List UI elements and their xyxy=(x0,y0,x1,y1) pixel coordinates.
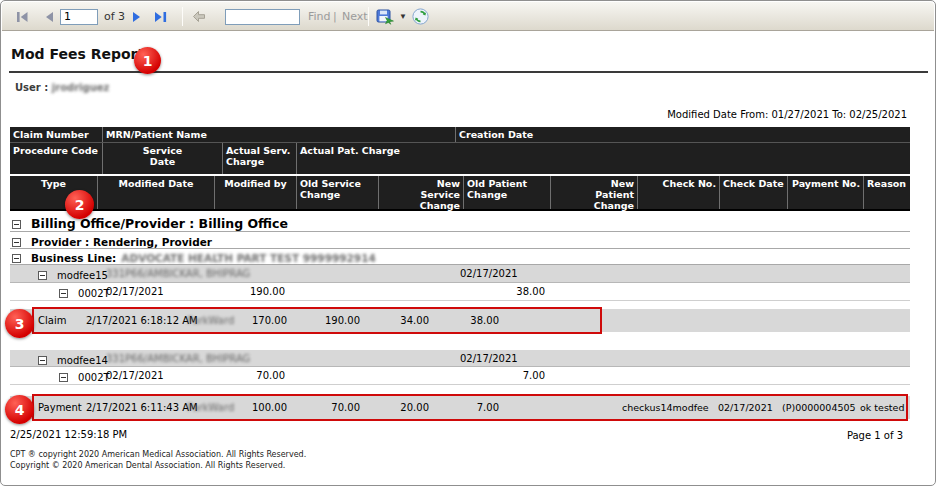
last-page-button[interactable] xyxy=(152,10,169,24)
actual-pat-charge: 38.00 xyxy=(472,283,545,301)
claim-group-row: modfee14 331P66/AMBICKAR, BHIPRAG 02/17/… xyxy=(10,350,910,367)
export-save-icon xyxy=(376,9,396,25)
procedure-code: 0002T xyxy=(78,288,110,299)
procedure-row: 0002T 02/17/2021 70.00 7.00 xyxy=(10,367,910,385)
modified-date-range: Modified Date From: 01/27/2021 To: 02/25… xyxy=(607,109,907,120)
group-row-billing-office: Billing Office/Provider : Billing Office xyxy=(10,213,910,232)
refresh-icon xyxy=(412,8,429,25)
copyright-ama: CPT ® copyright 2020 American Medical As… xyxy=(10,450,306,459)
report-toolbar: of 3 Find | Next xyxy=(2,2,934,31)
actual-pat-charge: 7.00 xyxy=(472,367,545,385)
col-old-patient-change: Old Patient Change xyxy=(463,176,550,209)
find-link[interactable]: Find xyxy=(308,10,331,23)
group-row-provider: Provider : Rendering, Provider xyxy=(10,232,910,249)
billing-office-group-label: Billing Office/Provider : Billing Office xyxy=(31,216,288,231)
back-to-parent-button[interactable] xyxy=(192,10,206,23)
first-page-icon xyxy=(14,10,31,24)
annotation-badge-4: 4 xyxy=(5,395,34,424)
procedure-row: 0002T 02/17/2021 190.00 38.00 xyxy=(10,283,910,301)
toolbar-separator xyxy=(368,7,369,26)
annotation-highlight-box-claim xyxy=(32,307,602,334)
user-label: User : xyxy=(15,82,48,93)
report-viewer-window: of 3 Find | Next xyxy=(0,0,936,486)
export-button[interactable]: ▼ xyxy=(376,9,407,25)
collapse-icon[interactable] xyxy=(12,220,21,229)
business-line-value: ADVOCATE HEALTH PART TEST 9999992914 xyxy=(121,252,375,264)
export-dropdown-caret-icon: ▼ xyxy=(399,12,407,21)
first-page-button[interactable] xyxy=(14,10,31,24)
col-service-date-label: Service Date xyxy=(137,145,189,167)
col-service-date: Service Date xyxy=(102,143,222,174)
user-value: jrodriguez xyxy=(52,82,110,93)
col-procedure-code: Procedure Code xyxy=(10,143,102,174)
col-new-patient-change-label: New Patient Change xyxy=(582,178,634,211)
col-check-date: Check Date xyxy=(719,176,787,209)
user-line: User : jrodriguez xyxy=(15,82,109,93)
report-canvas: Mod Fees Reports 1 User : jrodriguez Mod… xyxy=(2,32,934,484)
annotation-badge-1: 1 xyxy=(134,47,161,74)
creation-date: 02/17/2021 xyxy=(460,265,518,283)
next-page-button[interactable] xyxy=(130,10,143,24)
col-actual-serv-charge: Actual Serv. Charge xyxy=(222,143,296,174)
col-mrn-patient-name: MRN/Patient Name xyxy=(102,127,455,142)
page-count-label: of 3 xyxy=(104,10,125,23)
annotation-badge-3: 3 xyxy=(5,309,34,338)
collapse-icon[interactable] xyxy=(59,373,68,382)
collapse-icon[interactable] xyxy=(12,254,21,263)
page-number-input[interactable] xyxy=(60,9,98,25)
col-claim-number: Claim Number xyxy=(10,127,102,142)
col-modified-by: Modified by xyxy=(214,176,296,209)
table-header-row-1: Claim Number MRN/Patient Name Creation D… xyxy=(10,127,910,143)
service-date: 02/17/2021 xyxy=(106,283,164,301)
copyright-ada: Copyright © 2020 American Dental Associa… xyxy=(10,461,285,470)
business-line-label: Business Line: xyxy=(31,252,116,264)
col-new-service-change: New Service Change xyxy=(378,176,463,209)
collapse-icon[interactable] xyxy=(38,271,47,280)
claim-number: modfee14 xyxy=(57,355,108,366)
next-page-icon xyxy=(130,10,143,24)
table-header-row-3: Type Modified Date Modified by Old Servi… xyxy=(10,176,910,211)
group-row-business-line: Business Line: ADVOCATE HEALTH PART TEST… xyxy=(10,249,910,265)
col-new-service-change-label: New Service Change xyxy=(408,178,460,211)
collapse-icon[interactable] xyxy=(12,238,21,247)
col-modified-date: Modified Date xyxy=(97,176,214,209)
back-arrow-icon xyxy=(192,10,206,23)
annotation-badge-2: 2 xyxy=(65,190,94,219)
claim-group-row: modfee15 331P66/AMBICKAR, BHIPRAG 02/17/… xyxy=(10,265,910,283)
col-check-no: Check No. xyxy=(637,176,719,209)
patient-name: 331P66/AMBICKAR, BHIPRAG xyxy=(106,350,250,367)
actual-serv-charge: 70.00 xyxy=(222,367,285,385)
service-date: 02/17/2021 xyxy=(106,367,164,385)
page-title: Mod Fees Reports xyxy=(11,46,152,62)
annotation-highlight-box-payment xyxy=(32,394,908,421)
col-old-service-change: Old Service Change xyxy=(296,176,378,209)
col-new-patient-change: New Patient Change xyxy=(550,176,637,209)
report-generated-timestamp: 2/25/2021 12:59:18 PM xyxy=(10,429,127,440)
page-indicator: Page 1 of 3 xyxy=(803,430,903,441)
col-payment-no: Payment No. xyxy=(787,176,863,209)
creation-date: 02/17/2021 xyxy=(460,350,518,367)
next-link[interactable]: Next xyxy=(342,10,368,23)
col-actual-pat-charge: Actual Pat. Charge xyxy=(296,143,910,174)
last-page-icon xyxy=(152,10,169,24)
collapse-icon[interactable] xyxy=(38,356,47,365)
col-reason: Reason xyxy=(863,176,910,209)
search-input[interactable] xyxy=(225,9,300,25)
col-creation-date: Creation Date xyxy=(455,127,910,142)
patient-name: 331P66/AMBICKAR, BHIPRAG xyxy=(106,265,250,283)
actual-serv-charge: 190.00 xyxy=(222,283,285,301)
find-next-separator: | xyxy=(333,10,337,23)
refresh-button[interactable] xyxy=(412,8,429,25)
table-header-row-2: Procedure Code Service Date Actual Serv.… xyxy=(10,143,910,174)
previous-page-button[interactable] xyxy=(42,10,55,24)
toolbar-separator xyxy=(182,7,183,26)
provider-group-label: Provider : Rendering, Provider xyxy=(31,236,212,248)
collapse-icon[interactable] xyxy=(59,289,68,298)
procedure-code: 0002T xyxy=(78,372,110,383)
previous-page-icon xyxy=(42,10,55,24)
claim-number: modfee15 xyxy=(57,270,108,281)
